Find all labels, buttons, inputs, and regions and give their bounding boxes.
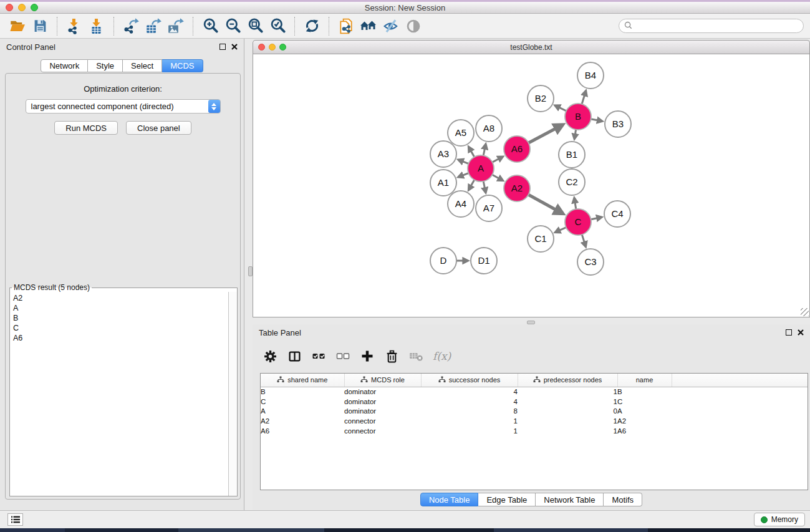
graph-node-A6[interactable]: A6 — [504, 136, 530, 162]
export-table-icon[interactable] — [142, 16, 165, 37]
show-columns-icon[interactable] — [284, 346, 304, 366]
search-input[interactable] — [635, 21, 798, 31]
tab-select[interactable]: Select — [123, 59, 162, 72]
graph-node-C3[interactable]: C3 — [577, 249, 604, 275]
settings-icon[interactable] — [260, 346, 280, 366]
add-column-icon[interactable] — [357, 346, 377, 366]
column-header-successor-nodes[interactable]: successor nodes — [421, 374, 518, 387]
table-cell-filler — [672, 426, 808, 436]
network-view-window: testGlobe.txt B4B2BB3A8A5A6A3B1AA1C2A2A4… — [253, 40, 810, 318]
graph-node-A[interactable]: A — [468, 155, 494, 181]
mcds-result-group: MCDS result (5 nodes) A2ABCA6 — [9, 283, 238, 496]
window-resize-grip[interactable] — [801, 308, 809, 316]
zoom-selected-icon[interactable] — [266, 16, 289, 37]
open-session-icon[interactable] — [6, 16, 29, 37]
unselect-all-icon[interactable] — [333, 346, 353, 366]
memory-button[interactable]: Memory — [754, 513, 805, 526]
toolbar-separator — [113, 17, 114, 36]
zoom-out-icon[interactable] — [221, 16, 244, 37]
close-panel-icon[interactable] — [231, 44, 238, 50]
table-cell: B — [261, 387, 344, 397]
graph-node-A5[interactable]: A5 — [448, 120, 474, 146]
hide-graphics-details-icon[interactable] — [380, 16, 402, 37]
graph-node-B3[interactable]: B3 — [605, 111, 631, 137]
select-stepper-icon — [208, 100, 220, 113]
column-header-filler — [672, 374, 808, 387]
save-session-icon[interactable] — [29, 16, 51, 37]
tab-node-table[interactable]: Node Table — [420, 493, 479, 506]
table-row[interactable]: A6connector11A6 — [261, 426, 808, 436]
table-cell: 1 — [421, 416, 518, 426]
network-canvas[interactable]: B4B2BB3A8A5A6A3B1AA1C2A2A4A7C4CC1DD1C3 — [253, 54, 810, 317]
graph-node-A4[interactable]: A4 — [448, 191, 474, 217]
home-icon[interactable] — [357, 16, 380, 37]
import-table-icon[interactable] — [85, 16, 108, 37]
function-builder-icon[interactable]: f(x) — [430, 350, 451, 362]
optimization-select[interactable]: largest connected component (directed) — [26, 99, 221, 114]
mcds-result-item[interactable]: A6 — [10, 333, 228, 343]
close-panel-button[interactable]: Close panel — [126, 121, 191, 135]
graph-node-A1[interactable]: A1 — [430, 170, 456, 196]
select-all-icon[interactable] — [309, 346, 329, 366]
column-header-MCDS-role[interactable]: MCDS role — [344, 374, 421, 387]
graph-node-B2[interactable]: B2 — [528, 85, 554, 112]
graph-node-D[interactable]: D — [430, 248, 456, 274]
tab-edge-table[interactable]: Edge Table — [478, 493, 536, 506]
column-header-name[interactable]: name — [617, 374, 672, 387]
graph-node-A3[interactable]: A3 — [430, 141, 456, 167]
table-row[interactable]: A2connector11A2 — [261, 416, 808, 426]
network-window-titlebar[interactable]: testGlobe.txt — [253, 40, 810, 54]
network-window-title: testGlobe.txt — [253, 43, 809, 52]
tab-mcds[interactable]: MCDS — [162, 59, 203, 72]
graph-node-B4[interactable]: B4 — [577, 62, 604, 89]
graph-node-label: C1 — [534, 233, 546, 244]
graph-node-C1[interactable]: C1 — [528, 226, 554, 252]
tab-network-table[interactable]: Network Table — [536, 493, 604, 506]
graph-node-B[interactable]: B — [565, 104, 591, 130]
mcds-list-scrollbar[interactable] — [228, 292, 237, 496]
graph-node-label: C2 — [566, 177, 577, 187]
open-session-file-icon[interactable] — [335, 16, 357, 37]
close-table-panel-icon[interactable] — [798, 329, 804, 336]
search-field[interactable] — [619, 19, 804, 33]
tab-network[interactable]: Network — [41, 59, 88, 72]
delete-table-icon[interactable] — [406, 346, 426, 366]
mcds-result-item[interactable]: B — [10, 313, 228, 323]
delete-column-icon[interactable] — [382, 346, 402, 366]
table-toolbar: f(x) — [260, 344, 451, 369]
task-history-button[interactable] — [7, 513, 23, 526]
float-table-panel-icon[interactable] — [786, 329, 792, 336]
hierarchy-icon — [533, 376, 541, 384]
graph-node-D1[interactable]: D1 — [471, 248, 497, 274]
export-network-icon[interactable] — [120, 16, 142, 37]
network-graph: B4B2BB3A8A5A6A3B1AA1C2A2A4A7C4CC1DD1C3 — [253, 54, 809, 317]
export-image-icon[interactable] — [165, 16, 187, 37]
float-panel-icon[interactable] — [219, 44, 226, 50]
graph-node-A2[interactable]: A2 — [504, 175, 530, 201]
vertical-splitter-handle[interactable] — [248, 266, 253, 276]
graph-node-C[interactable]: C — [565, 209, 591, 235]
graph-node-A7[interactable]: A7 — [476, 195, 502, 221]
table-cell: 1 — [518, 387, 617, 397]
column-header-predecessor-nodes[interactable]: predecessor nodes — [518, 374, 617, 387]
column-header-shared-name[interactable]: shared name — [261, 374, 344, 387]
graph-node-C2[interactable]: C2 — [559, 169, 585, 195]
mcds-result-item[interactable]: A — [10, 303, 228, 313]
graph-node-label: A2 — [511, 183, 523, 193]
zoom-in-icon[interactable] — [199, 16, 221, 37]
refresh-layout-icon[interactable] — [301, 16, 323, 37]
run-mcds-button[interactable]: Run MCDS — [54, 121, 118, 135]
graph-node-A8[interactable]: A8 — [476, 115, 502, 142]
mcds-result-item[interactable]: C — [10, 323, 228, 333]
zoom-fit-icon[interactable] — [244, 16, 266, 37]
graph-node-C4[interactable]: C4 — [604, 201, 630, 227]
mcds-result-item[interactable]: A2 — [10, 293, 228, 303]
tab-motifs[interactable]: Motifs — [604, 493, 642, 506]
tab-style[interactable]: Style — [88, 59, 123, 72]
table-row[interactable]: Cdominator41C — [261, 397, 808, 407]
import-network-icon[interactable] — [63, 16, 85, 37]
graph-node-B1[interactable]: B1 — [559, 142, 585, 168]
table-row[interactable]: Adominator80A — [261, 407, 808, 417]
table-row[interactable]: Bdominator41B — [261, 387, 808, 397]
show-graphics-details-icon[interactable] — [402, 16, 425, 37]
